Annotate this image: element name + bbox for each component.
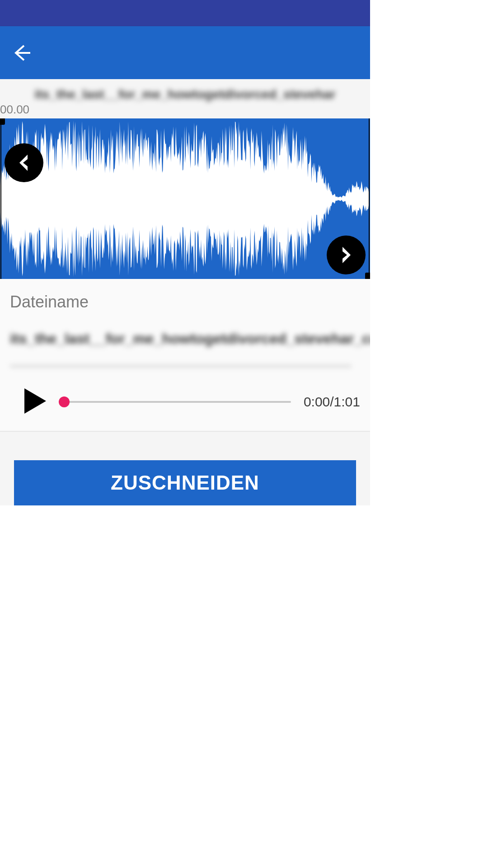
chevron-left-icon bbox=[14, 153, 34, 173]
filename-label: Dateiname bbox=[10, 292, 360, 311]
content-area: its_the_last__for_me_howtogetdivorced_st… bbox=[0, 79, 370, 505]
back-button[interactable] bbox=[11, 42, 33, 64]
svg-marker-2 bbox=[24, 388, 46, 414]
play-icon bbox=[24, 388, 46, 414]
selection-handle-start[interactable] bbox=[0, 118, 1, 279]
player-row: 0:00/1:01 bbox=[0, 373, 370, 431]
play-button[interactable] bbox=[24, 388, 46, 415]
waveform-area[interactable] bbox=[0, 118, 370, 279]
playback-slider-thumb[interactable] bbox=[59, 396, 70, 407]
waveform-graphic bbox=[0, 118, 370, 279]
chevron-right-icon bbox=[336, 245, 356, 265]
timeline-start-label: 00.00 bbox=[0, 102, 370, 118]
status-bar bbox=[0, 0, 370, 26]
svg-marker-1 bbox=[0, 121, 370, 277]
scroll-left-button[interactable] bbox=[5, 143, 43, 182]
selection-handle-end[interactable] bbox=[369, 118, 370, 279]
action-area: ZUSCHNEIDEN bbox=[0, 432, 370, 505]
crop-button[interactable]: ZUSCHNEIDEN bbox=[14, 460, 356, 505]
arrow-left-icon bbox=[12, 43, 32, 63]
track-title: its_the_last__for_me_howtogetdivorced_st… bbox=[0, 87, 370, 102]
playback-time: 0:00/1:01 bbox=[304, 394, 360, 410]
scroll-right-button[interactable] bbox=[327, 236, 366, 274]
app-bar bbox=[0, 26, 370, 79]
playback-slider[interactable] bbox=[59, 401, 291, 403]
filename-input[interactable]: its_the_last__for_me_howtogetdivorced_st… bbox=[10, 326, 352, 367]
filename-section: Dateiname its_the_last__for_me_howtogetd… bbox=[0, 279, 370, 373]
